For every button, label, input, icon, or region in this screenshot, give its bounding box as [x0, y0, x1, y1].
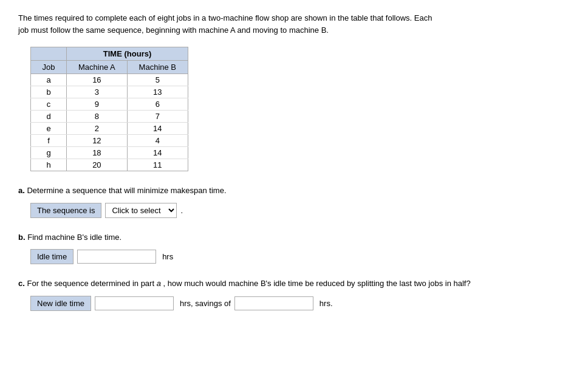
table-row: c 9 6 [31, 98, 188, 111]
part-b-section: b. Find machine B's idle time. Idle time… [18, 231, 570, 265]
sequence-select[interactable]: Click to selectb-e-d-c-a-h-g-fe-b-d-c-h-… [106, 203, 176, 217]
machine-b-cell: 14 [127, 123, 188, 135]
intro-text: The times required to complete each of e… [18, 12, 443, 36]
jobs-table: TIME (hours) Job Machine A Machine B a 1… [30, 47, 188, 171]
idle-time-unit: hrs [162, 252, 173, 261]
job-cell: g [31, 147, 67, 159]
job-col-header [31, 47, 67, 61]
data-table-container: TIME (hours) Job Machine A Machine B a 1… [30, 47, 570, 171]
table-row: g 18 14 [31, 147, 188, 159]
new-idle-time-input[interactable] [95, 296, 174, 310]
part-c-section: c. For the sequence determined in part a… [18, 278, 570, 311]
table-row: d 8 7 [31, 111, 188, 123]
part-b-question: b. Find machine B's idle time. [18, 231, 570, 244]
machine-a-cell: 3 [67, 86, 128, 98]
table-row: e 2 14 [31, 123, 188, 135]
table-row: f 12 4 [31, 135, 188, 147]
savings-unit: hrs. [320, 299, 333, 308]
machine-a-cell: 8 [67, 111, 128, 123]
idle-time-label: Idle time [30, 249, 74, 264]
machine-a-cell: 16 [67, 74, 128, 86]
machine-b-cell: 13 [127, 86, 188, 98]
machine-a-cell: 9 [67, 98, 128, 111]
job-cell: f [31, 135, 67, 147]
time-header: TIME (hours) [67, 47, 188, 61]
machine-b-cell: 11 [127, 159, 188, 171]
part-c-question: c. For the sequence determined in part a… [18, 278, 570, 290]
job-cell: c [31, 98, 67, 111]
part-b-answer-row: Idle time hrs [30, 249, 570, 264]
machine-b-cell: 14 [127, 147, 188, 159]
part-c-answer-row: New idle time hrs, savings of hrs. [30, 296, 570, 311]
machine-b-cell: 7 [127, 111, 188, 123]
part-a-section: a. Determine a sequence that will minimi… [18, 185, 570, 218]
new-idle-time-label: New idle time [30, 296, 91, 311]
job-cell: d [31, 111, 67, 123]
job-cell: h [31, 159, 67, 171]
machine-b-header: Machine B [127, 61, 188, 74]
job-cell: b [31, 86, 67, 98]
part-a-question: a. Determine a sequence that will minimi… [18, 185, 570, 197]
table-row: h 20 11 [31, 159, 188, 171]
table-row: b 3 13 [31, 86, 188, 98]
machine-b-cell: 6 [127, 98, 188, 111]
savings-label: hrs, savings of [180, 299, 231, 308]
job-cell: e [31, 123, 67, 135]
table-row: a 16 5 [31, 74, 188, 86]
part-a-answer-row: The sequence is Click to selectb-e-d-c-a… [30, 203, 570, 218]
machine-a-cell: 12 [67, 135, 128, 147]
job-cell: a [31, 74, 67, 86]
idle-time-input[interactable] [77, 250, 156, 264]
machine-b-cell: 4 [127, 135, 188, 147]
machine-a-cell: 18 [67, 147, 128, 159]
machine-b-cell: 5 [127, 74, 188, 86]
sequence-select-wrapper[interactable]: Click to selectb-e-d-c-a-h-g-fe-b-d-c-h-… [105, 203, 177, 218]
machine-a-cell: 2 [67, 123, 128, 135]
machine-a-header: Machine A [67, 61, 128, 74]
savings-input[interactable] [234, 296, 313, 310]
job-sub-header: Job [31, 61, 67, 74]
machine-a-cell: 20 [67, 159, 128, 171]
sequence-label: The sequence is [30, 203, 101, 218]
